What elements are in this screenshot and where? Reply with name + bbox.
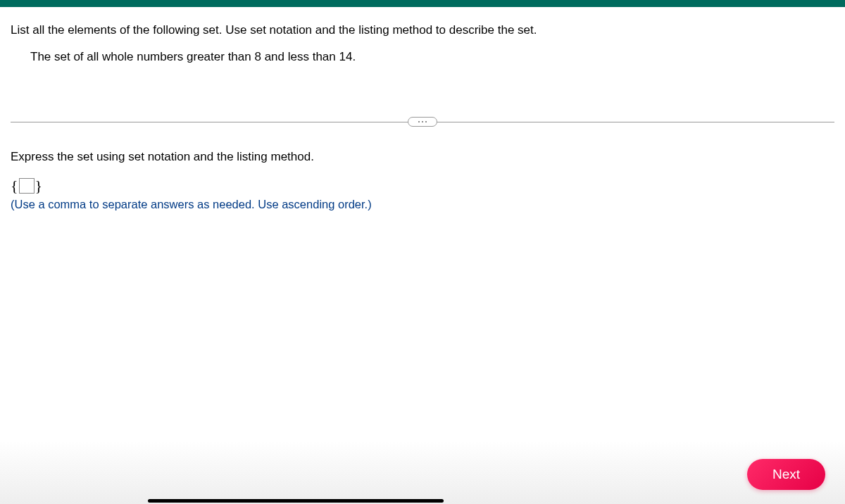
answer-hint: (Use a comma to separate answers as need… (11, 198, 834, 211)
ellipsis-icon (418, 121, 427, 122)
answer-input[interactable] (19, 178, 35, 194)
next-button[interactable]: Next (747, 459, 825, 490)
header-bar (0, 0, 845, 7)
section-divider (11, 115, 834, 129)
question-detail: The set of all whole numbers greater tha… (30, 48, 834, 66)
expand-button[interactable] (408, 117, 437, 127)
brace-open: { (11, 177, 18, 195)
answer-prompt: Express the set using set notation and t… (11, 150, 834, 164)
scrollbar-track[interactable] (148, 499, 444, 503)
question-prompt: List all the elements of the following s… (11, 21, 834, 39)
footer-area: Next (0, 441, 845, 504)
brace-close: } (35, 177, 43, 195)
answer-row: { } (11, 177, 834, 195)
content-area: List all the elements of the following s… (0, 7, 845, 211)
